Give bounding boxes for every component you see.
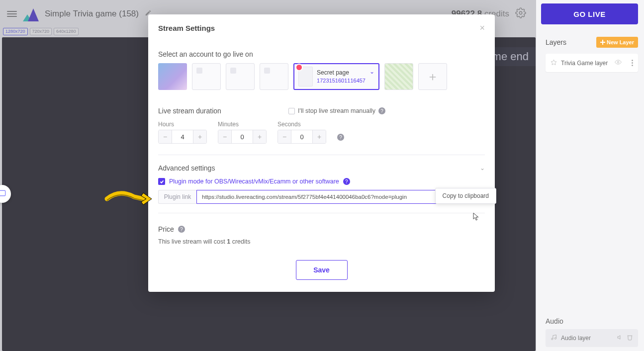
mute-icon[interactable]	[617, 334, 624, 342]
plugin-link-input[interactable]	[196, 190, 461, 204]
audio-item[interactable]: Audio layer	[546, 329, 638, 347]
modal-title: Stream Settings	[158, 24, 215, 32]
minutes-input[interactable]	[231, 130, 253, 143]
visibility-icon[interactable]	[612, 59, 622, 67]
select-account-label: Select an account to go live on	[158, 50, 485, 58]
advanced-title: Advanced settings	[158, 164, 215, 172]
account-option-2[interactable]	[192, 63, 221, 90]
right-sidebar: Layers New Layer Trivia Game layer Audio…	[540, 28, 644, 351]
audio-title: Audio	[546, 317, 638, 325]
seconds-label: Seconds	[277, 121, 326, 128]
account-option-4[interactable]	[260, 63, 288, 90]
plugin-checkbox[interactable]	[158, 178, 165, 185]
hours-input[interactable]	[172, 130, 193, 143]
svg-marker-7	[618, 336, 620, 340]
svg-point-6	[554, 338, 556, 339]
seconds-stepper: − +	[277, 130, 326, 144]
duration-help-icon[interactable]: ?	[337, 134, 344, 141]
hours-minus[interactable]: −	[159, 130, 172, 143]
add-account-button[interactable]: ＋	[418, 63, 447, 90]
plugin-mode-label: Plugin mode for OBS/Wirecast/vMix/Ecamm …	[169, 178, 339, 185]
hours-plus[interactable]: +	[193, 130, 206, 143]
checkbox-icon	[288, 108, 295, 114]
star-icon	[551, 59, 557, 67]
minutes-plus[interactable]: +	[253, 130, 266, 143]
layer-item[interactable]: Trivia Game layer	[546, 54, 638, 72]
more-icon[interactable]	[632, 60, 633, 66]
help-icon[interactable]: ?	[378, 107, 385, 114]
plugin-link-label: Plugin link	[158, 190, 196, 204]
svg-marker-3	[551, 60, 556, 65]
notification-badge-icon	[295, 64, 303, 71]
duration-title: Live stream duration	[158, 107, 221, 115]
seconds-input[interactable]	[291, 130, 313, 143]
minutes-minus[interactable]: −	[218, 130, 231, 143]
price-text: This live stream will cost 1 credits	[158, 238, 485, 245]
stream-settings-modal: Stream Settings × Select an account to g…	[148, 14, 495, 292]
svg-point-5	[552, 338, 553, 340]
account-option-3[interactable]	[226, 63, 255, 90]
minutes-stepper: − +	[218, 130, 267, 144]
svg-rect-2	[600, 42, 605, 43]
copy-tooltip: Copy to clipboard	[435, 188, 496, 204]
new-layer-button[interactable]: New Layer	[596, 37, 638, 48]
go-live-button[interactable]: GO LIVE	[541, 3, 638, 24]
price-title: Price	[158, 225, 174, 233]
audio-section: Audio Audio layer	[546, 313, 638, 347]
collapse-icon[interactable]: ⌄	[480, 165, 485, 172]
seconds-plus[interactable]: +	[313, 130, 326, 143]
account-option-selected[interactable]: Secret page 1723151601116457 ⌄	[293, 63, 379, 90]
hours-label: Hours	[158, 121, 207, 128]
arrow-annotation	[104, 188, 152, 210]
minutes-label: Minutes	[218, 121, 267, 128]
account-list: Secret page 1723151601116457 ⌄ ＋	[158, 63, 485, 90]
audio-layer-name: Audio layer	[561, 335, 591, 342]
account-option-1[interactable]	[158, 63, 187, 90]
save-button[interactable]: Save	[296, 260, 348, 280]
manual-stop-checkbox[interactable]: I'll stop live stream manually ?	[288, 107, 385, 114]
layers-title: Layers	[546, 38, 566, 46]
manual-stop-label: I'll stop live stream manually	[298, 107, 375, 114]
music-icon	[551, 334, 557, 342]
seconds-minus[interactable]: −	[278, 130, 291, 143]
close-icon[interactable]: ×	[479, 23, 485, 32]
chevron-down-icon[interactable]: ⌄	[369, 68, 374, 75]
hours-stepper: − +	[158, 130, 207, 144]
selected-account-id: 1723151601116457	[317, 77, 366, 84]
plugin-help-icon[interactable]: ?	[343, 178, 350, 185]
account-option-6[interactable]	[384, 63, 413, 90]
layer-name: Trivia Game layer	[561, 60, 608, 67]
selected-account-name: Secret page	[317, 69, 366, 77]
price-help-icon[interactable]: ?	[178, 226, 185, 233]
trash-icon[interactable]	[627, 334, 633, 342]
svg-point-4	[618, 61, 620, 63]
cursor-icon	[472, 212, 481, 223]
